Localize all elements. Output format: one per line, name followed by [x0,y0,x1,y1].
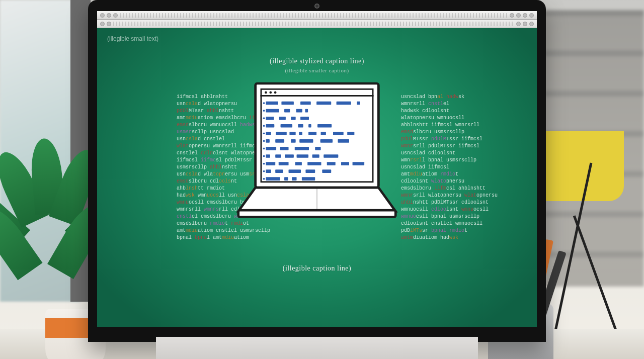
svg-point-2 [265,92,267,94]
svg-rect-43 [338,139,349,143]
svg-rect-11 [357,102,360,105]
laptop-figure [236,83,397,225]
svg-point-28 [263,125,265,127]
svg-point-4 [274,92,277,94]
svg-rect-67 [289,169,301,173]
svg-rect-31 [289,132,295,135]
svg-rect-40 [291,139,295,143]
svg-rect-20 [291,117,295,120]
svg-point-3 [269,92,272,94]
svg-point-75 [263,178,265,180]
svg-rect-71 [266,177,280,181]
svg-rect-73 [292,177,296,181]
svg-rect-66 [275,169,283,173]
slide-content: (illegible small text) (illegible styliz… [97,28,537,327]
svg-rect-18 [266,117,274,120]
svg-rect-76 [238,210,395,217]
svg-rect-50 [266,154,270,158]
svg-rect-53 [297,154,309,158]
svg-point-64 [263,163,265,165]
svg-rect-68 [305,169,315,173]
webcam-dot [314,4,319,9]
svg-rect-14 [284,109,290,113]
svg-rect-57 [266,162,275,165]
svg-rect-24 [281,124,293,128]
svg-rect-10 [337,102,351,105]
svg-rect-29 [266,132,271,135]
svg-rect-59 [295,162,302,165]
svg-rect-41 [299,139,313,143]
svg-rect-27 [317,124,332,128]
svg-rect-58 [279,162,289,165]
svg-point-12 [263,102,265,104]
svg-rect-61 [327,162,336,165]
svg-rect-74 [302,177,315,181]
svg-rect-8 [300,102,311,105]
svg-rect-51 [275,154,281,158]
svg-point-70 [263,170,265,172]
svg-rect-45 [266,147,276,150]
svg-rect-65 [266,169,271,173]
svg-rect-55 [324,154,338,158]
svg-rect-63 [353,162,365,165]
svg-rect-62 [341,162,349,165]
svg-rect-1 [261,89,373,96]
svg-rect-21 [300,117,309,120]
svg-rect-42 [320,139,333,143]
svg-rect-34 [321,132,326,135]
svg-point-37 [263,132,265,134]
illegible-toolbar-glyphs [120,13,508,18]
svg-rect-46 [280,147,289,150]
svg-rect-47 [295,147,309,150]
svg-rect-23 [266,124,274,128]
svg-rect-16 [305,109,308,113]
screen: (illegible small text) (illegible styliz… [97,11,537,327]
svg-rect-52 [285,154,294,158]
svg-rect-32 [299,132,302,135]
svg-point-56 [263,155,265,157]
top-caption: (illegible stylized caption line) [97,57,537,65]
window-chrome-row [97,20,537,28]
svg-rect-19 [279,117,286,120]
svg-point-49 [263,148,265,150]
svg-rect-54 [312,154,319,158]
svg-rect-35 [333,132,344,135]
svg-rect-25 [298,124,303,128]
breadcrumb: (illegible small text) [107,35,158,42]
svg-point-44 [263,140,265,142]
svg-rect-26 [308,124,311,128]
right-code-column: usncslad bpnal hadwskwmnrsrll cnstlelhad… [401,94,487,241]
svg-rect-30 [276,132,287,135]
bottom-caption: (illegible caption line) [97,264,537,273]
svg-rect-5 [261,96,373,182]
svg-rect-48 [315,147,320,150]
svg-rect-36 [347,132,354,135]
svg-rect-13 [266,109,279,113]
svg-rect-9 [316,102,331,105]
svg-rect-72 [284,177,288,181]
svg-rect-38 [266,139,270,143]
svg-rect-6 [266,102,278,105]
svg-rect-7 [281,102,293,105]
monitor: (illegible small text) (illegible styliz… [88,0,546,342]
svg-rect-33 [308,132,316,135]
window-chrome-row [97,11,537,20]
sub-caption: (illegible smaller caption) [97,67,537,73]
svg-rect-15 [296,109,302,113]
svg-point-17 [263,110,265,112]
svg-rect-69 [322,169,331,173]
svg-rect-39 [275,139,284,143]
svg-point-22 [263,117,265,119]
svg-rect-60 [307,162,321,165]
